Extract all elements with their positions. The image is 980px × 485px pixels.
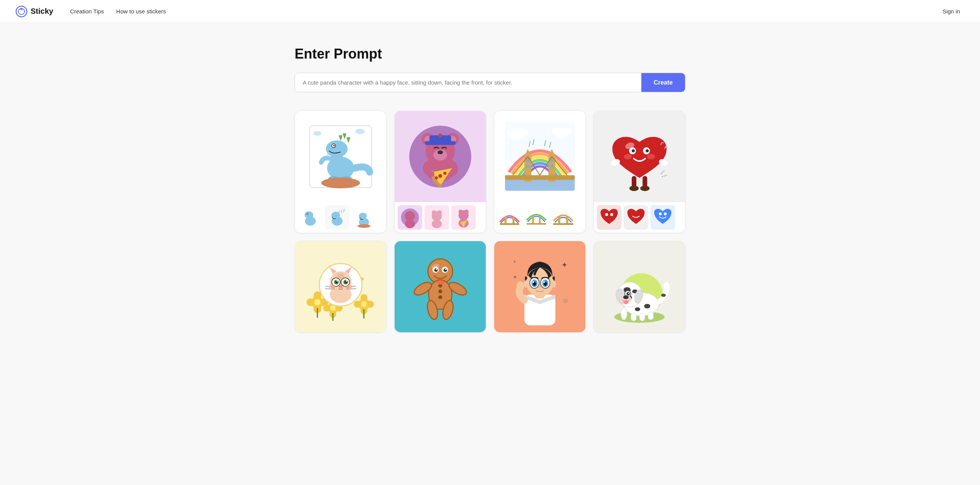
svg-rect-230 <box>639 313 645 321</box>
svg-rect-83 <box>550 164 553 168</box>
thumb-heart-svg-3 <box>651 206 674 229</box>
svg-point-164 <box>339 285 343 288</box>
thumb-dinosaur-2[interactable] <box>325 205 349 230</box>
svg-point-117 <box>605 213 608 216</box>
svg-point-15 <box>355 129 364 134</box>
heart-thumbs <box>594 202 685 233</box>
thumb-heart-svg-1 <box>598 206 621 229</box>
svg-point-205 <box>543 281 545 283</box>
thumb-dinosaur-3[interactable] <box>352 205 376 230</box>
signin-button[interactable]: Sign in <box>938 5 965 18</box>
sticker-card-anime[interactable]: ✦ ✦ ☹ ✦ <box>494 241 586 333</box>
svg-line-114 <box>661 170 665 174</box>
heart-illustration <box>601 118 678 195</box>
nav-creation-tips[interactable]: Creation Tips <box>66 5 108 18</box>
svg-point-121 <box>659 212 662 216</box>
thumb-heart-1[interactable] <box>597 205 621 230</box>
svg-point-31 <box>357 224 370 228</box>
svg-rect-82 <box>526 164 529 168</box>
sticker-card-dalmatian[interactable] <box>593 241 685 333</box>
sticker-card-heart[interactable] <box>593 111 685 233</box>
thumb-heart-3[interactable] <box>651 205 675 230</box>
svg-point-51 <box>405 211 415 221</box>
sticker-card-dinosaur[interactable] <box>295 111 387 233</box>
svg-point-55 <box>432 220 442 229</box>
thumb-bridge-svg-2 <box>525 206 548 229</box>
thumb-bear-3[interactable] <box>451 205 476 230</box>
nav-how-to-use[interactable]: How to use stickers <box>111 5 170 18</box>
thumb-bridge-3[interactable] <box>551 205 575 230</box>
thumb-bear-2[interactable] <box>424 205 449 230</box>
svg-point-232 <box>621 308 627 320</box>
svg-point-0 <box>16 6 27 17</box>
svg-point-140 <box>367 300 374 307</box>
svg-point-57 <box>438 210 442 214</box>
dinosaur-thumbs <box>295 202 386 233</box>
svg-point-103 <box>632 149 635 152</box>
thumb-dino-svg-3 <box>352 206 375 229</box>
sticker-card-gingerbread[interactable] <box>394 241 486 333</box>
svg-point-208 <box>516 281 524 291</box>
nav-links: Creation Tips How to use stickers <box>66 5 938 18</box>
svg-point-47 <box>443 171 446 175</box>
svg-rect-96 <box>527 223 546 225</box>
thumb-bridge-2[interactable] <box>524 205 549 230</box>
svg-point-184 <box>445 269 446 270</box>
svg-point-163 <box>346 280 347 282</box>
svg-point-187 <box>438 295 442 299</box>
logo-text: Sticky <box>31 7 53 16</box>
thumb-bear-svg-2 <box>425 206 448 229</box>
svg-point-170 <box>346 284 352 289</box>
svg-point-61 <box>459 209 463 214</box>
sticker-main-dalmatian <box>594 241 685 332</box>
svg-point-56 <box>432 210 436 214</box>
thumb-dino-svg-2 <box>326 206 349 229</box>
svg-point-141 <box>361 301 367 307</box>
sticker-card-bridge[interactable] <box>494 111 586 233</box>
svg-point-66 <box>516 129 528 136</box>
thumb-heart-2[interactable] <box>624 205 648 230</box>
svg-point-129 <box>314 299 320 305</box>
sticker-main-anime: ✦ ✦ ☹ ✦ <box>494 241 585 332</box>
svg-rect-92 <box>500 223 519 225</box>
dalmatian-illustration <box>601 248 678 325</box>
svg-rect-81 <box>550 158 553 162</box>
svg-point-69 <box>561 127 571 134</box>
prompt-input[interactable] <box>295 73 641 92</box>
thumb-bridge-1[interactable] <box>497 205 522 230</box>
thumb-bear-1[interactable] <box>398 205 422 230</box>
svg-point-67 <box>507 129 518 136</box>
svg-point-122 <box>664 212 667 216</box>
sticker-main-bear <box>395 111 486 202</box>
svg-point-137 <box>361 294 367 301</box>
svg-rect-229 <box>631 313 636 321</box>
svg-line-115 <box>662 175 667 177</box>
thumb-dino-svg-1 <box>299 206 322 229</box>
logo[interactable]: Sticky <box>15 5 53 18</box>
svg-point-213 <box>644 304 650 308</box>
sticker-card-cat[interactable] <box>295 241 387 333</box>
svg-point-125 <box>313 291 321 299</box>
thumb-dinosaur-1[interactable] <box>298 205 323 230</box>
svg-point-162 <box>336 280 338 282</box>
svg-point-107 <box>647 154 655 159</box>
svg-rect-75 <box>505 179 575 191</box>
svg-text:✦: ✦ <box>513 259 516 265</box>
page-title: Enter Prompt <box>295 46 685 62</box>
svg-point-16 <box>313 131 321 136</box>
gingerbread-illustration <box>402 248 479 325</box>
svg-rect-93 <box>525 206 548 229</box>
bridge-illustration <box>501 118 578 195</box>
svg-point-139 <box>354 300 361 307</box>
svg-point-40 <box>438 150 443 154</box>
svg-point-6 <box>326 140 348 158</box>
svg-point-214 <box>635 307 640 311</box>
svg-point-183 <box>436 269 437 270</box>
create-button[interactable]: Create <box>641 73 685 92</box>
svg-point-207 <box>551 281 556 287</box>
svg-text:✦: ✦ <box>513 274 518 280</box>
bear-illustration <box>402 118 479 195</box>
svg-rect-80 <box>526 158 529 162</box>
prompt-bar: Create <box>295 73 685 92</box>
sticker-card-bear[interactable] <box>394 111 486 233</box>
